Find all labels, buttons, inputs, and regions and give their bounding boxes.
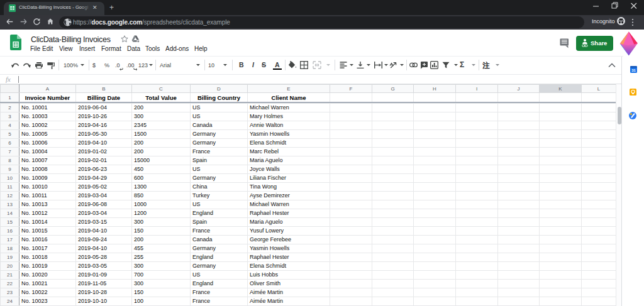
svg-text:31: 31 (631, 68, 636, 72)
